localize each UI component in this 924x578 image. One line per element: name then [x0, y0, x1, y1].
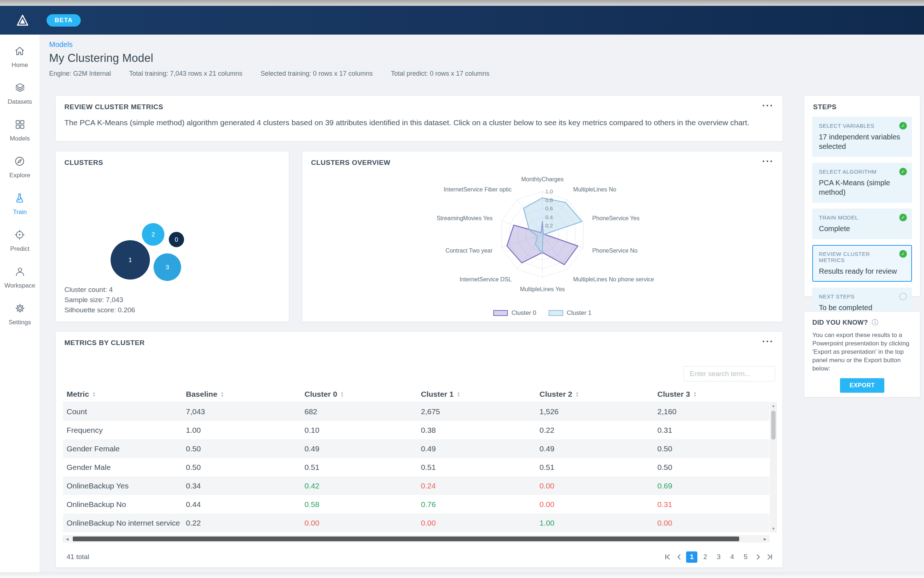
info-icon[interactable]: ⓘ: [872, 318, 878, 327]
step-select-variables[interactable]: SELECT VARIABLES 17 independent variable…: [812, 117, 912, 157]
table-row: OnlineBackup No internet service0.220.00…: [63, 513, 769, 532]
scroll-right-icon[interactable]: ►: [761, 537, 769, 541]
sidebar-item-explore[interactable]: Explore: [10, 156, 31, 179]
scroll-up-icon[interactable]: ▲: [772, 404, 775, 408]
train-icon: [14, 193, 25, 205]
scroll-down-icon[interactable]: ▼: [772, 527, 775, 531]
pagination: 12345: [663, 551, 775, 563]
total-count-label: 41 total: [66, 553, 89, 561]
sidebar-item-workspace[interactable]: Workspace: [4, 266, 35, 289]
column-header-baseline[interactable]: Baseline ▲▼: [182, 390, 301, 399]
app-logo-icon[interactable]: [15, 13, 30, 27]
sidebar-item-models[interactable]: Models: [10, 119, 30, 142]
step-label: SELECT VARIABLES: [819, 123, 905, 129]
page-header: Models My Clustering Model Engine: G2M I…: [49, 41, 490, 78]
sample-size: Sample size: 7,043: [65, 295, 135, 305]
next-page-button[interactable]: [753, 552, 763, 562]
sidebar-item-settings[interactable]: Settings: [9, 303, 31, 326]
page-button-5[interactable]: 5: [740, 551, 751, 563]
page-button-1[interactable]: 1: [686, 551, 697, 563]
vertical-scrollbar[interactable]: ▲ ▼: [770, 402, 777, 532]
sidebar-item-predict[interactable]: Predict: [10, 229, 29, 253]
card-title: METRICS BY CLUSTER: [65, 339, 145, 347]
breadcrumb[interactable]: Models: [49, 41, 490, 49]
svg-text:InternetService DSL: InternetService DSL: [460, 276, 511, 283]
main-content: Models My Clustering Model Engine: G2M I…: [40, 34, 924, 578]
metric-value-cell: 1,526: [536, 407, 654, 416]
datasets-icon: [15, 82, 26, 95]
metric-name-cell: Count: [63, 407, 182, 416]
metric-value-cell: 7,043: [182, 407, 301, 416]
sort-icon: ▲▼: [576, 391, 579, 397]
meta-total-training: Total training: 7,043 rows x 21 columns: [129, 70, 242, 78]
first-page-button[interactable]: [663, 552, 672, 562]
step-select-algorithm[interactable]: SELECT ALGORITHM PCA K-Means (simple met…: [812, 163, 912, 203]
model-meta: Engine: G2M Internal Total training: 7,0…: [49, 70, 490, 78]
metric-value-cell: 0.50: [182, 463, 301, 472]
step-label: NEXT STEPS: [819, 293, 905, 300]
column-header-cluster-0[interactable]: Cluster 0 ▲▼: [301, 390, 417, 399]
column-header-cluster-1[interactable]: Cluster 1 ▲▼: [417, 390, 536, 399]
metric-value-cell: 0.51: [536, 463, 654, 472]
did-you-know-title: DID YOU KNOW?: [812, 319, 868, 326]
step-train-model[interactable]: TRAIN MODEL Complete ✓: [812, 209, 912, 239]
last-page-button[interactable]: [765, 552, 775, 562]
sidebar-item-train[interactable]: Train: [13, 193, 27, 216]
page-button-2[interactable]: 2: [699, 551, 711, 563]
metrics-by-cluster-card: METRICS BY CLUSTER ··· Metric ▲▼ Baselin…: [55, 331, 783, 568]
meta-engine: Engine: G2M Internal: [49, 70, 111, 78]
legend-item-cluster-1[interactable]: Cluster 1: [549, 309, 592, 317]
sidebar-item-datasets[interactable]: Datasets: [8, 82, 32, 106]
export-button[interactable]: EXPORT: [840, 378, 884, 393]
metric-value-cell: 0.10: [301, 426, 417, 435]
scroll-left-icon[interactable]: ◄: [63, 537, 71, 541]
metric-value-cell: 0.50: [654, 463, 769, 472]
did-you-know-body: You can export these results to a Powerp…: [804, 327, 920, 373]
sidebar-item-label: Predict: [10, 245, 29, 253]
cluster-stats: Cluster count: 4 Sample size: 7,043 Silh…: [65, 285, 135, 315]
column-label: Cluster 3: [657, 390, 690, 399]
column-label: Cluster 2: [539, 390, 572, 399]
metric-value-cell: 0.58: [301, 500, 417, 509]
cluster-bubble-number: 3: [165, 264, 169, 271]
metric-value-cell: 0.00: [301, 519, 417, 528]
svg-text:0.4: 0.4: [545, 214, 553, 220]
sidebar-item-label: Datasets: [8, 98, 32, 106]
cluster-count: Cluster count: 4: [65, 285, 135, 295]
clusters-overview-card: CLUSTERS OVERVIEW ··· 0.20.40.60.81.0Mon…: [302, 151, 783, 322]
column-header-metric[interactable]: Metric ▲▼: [63, 390, 182, 399]
horizontal-scrollbar[interactable]: ◄ ►: [63, 536, 769, 542]
metric-value-cell: 0.44: [182, 500, 301, 509]
page-button-3[interactable]: 3: [713, 551, 724, 563]
metric-name-cell: Gender Male: [63, 463, 182, 472]
column-label: Baseline: [186, 390, 217, 399]
metric-value-cell: 0.31: [654, 500, 769, 509]
legend-item-cluster-0[interactable]: Cluster 0: [493, 309, 536, 317]
metric-value-cell: 0.49: [417, 445, 536, 453]
search-input[interactable]: [683, 366, 775, 382]
metric-value-cell: 682: [301, 407, 417, 416]
more-options-icon[interactable]: ···: [762, 159, 774, 164]
more-options-icon[interactable]: ···: [762, 103, 774, 108]
settings-icon: [15, 303, 26, 316]
sort-icon: ▲▼: [220, 391, 224, 397]
sidebar-item-home[interactable]: Home: [11, 45, 28, 69]
metric-value-cell: 0.49: [301, 445, 417, 453]
prev-page-button[interactable]: [675, 552, 684, 562]
check-icon: ✓: [899, 168, 907, 175]
metric-value-cell: 0.00: [654, 519, 769, 528]
vertical-scroll-thumb[interactable]: [771, 411, 775, 440]
column-header-cluster-3[interactable]: Cluster 3 ▲▼: [654, 390, 769, 399]
page-button-4[interactable]: 4: [727, 551, 738, 563]
steps-title: STEPS: [813, 103, 837, 111]
more-options-icon[interactable]: ···: [762, 339, 774, 344]
column-header-cluster-2[interactable]: Cluster 2 ▲▼: [536, 390, 654, 399]
metric-value-cell: 0.51: [301, 463, 417, 472]
table-row: Count7,0436822,6751,5262,160: [63, 402, 769, 421]
metric-value-cell: 0.00: [536, 482, 654, 490]
step-label: REVIEW CLUSTER METRICS: [819, 251, 905, 263]
horizontal-scroll-thumb[interactable]: [73, 536, 739, 541]
step-review-cluster-metrics[interactable]: REVIEW CLUSTER METRICS Results ready for…: [812, 245, 912, 282]
legend-swatch: [549, 310, 563, 316]
metric-value-cell: 0.22: [536, 426, 654, 435]
